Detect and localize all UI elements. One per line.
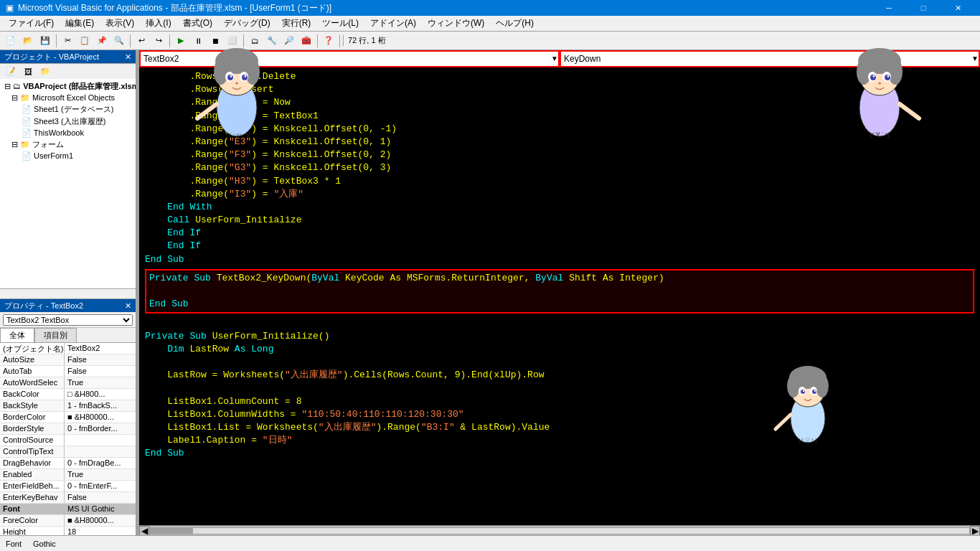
menu-run[interactable]: 実行(R) [276, 16, 317, 31]
minimize-button[interactable]: ─ [872, 0, 905, 16]
menu-edit[interactable]: 編集(E) [60, 16, 100, 31]
prop-row-name: (オブジェクト名)TextBox2 [0, 343, 136, 354]
menu-view[interactable]: 表示(V) [100, 16, 140, 31]
code-line: ListBox1.List = Worksheets("入出庫履歴").Rang… [145, 421, 974, 434]
tree-item-userform1[interactable]: 📄 UserForm1 [1, 151, 134, 161]
menu-file[interactable]: ファイル(F) [3, 16, 60, 31]
proc-dropdown-wrapper: KeyDown ▼ [560, 50, 980, 66]
props-object-select[interactable]: TextBox2 TextBox [3, 314, 133, 326]
props-tab-all[interactable]: 全体 [0, 328, 34, 342]
maximize-button[interactable]: □ [907, 0, 940, 16]
code-line: ListBox1.ColumnWidths = "110:50:40:110:1… [145, 408, 974, 421]
toolbar-sep-1 [56, 34, 57, 47]
title-bar-left: ▣ Microsoft Visual Basic for Application… [6, 2, 331, 14]
toolbar-copy[interactable]: 📋 [77, 33, 93, 49]
props-grid: (オブジェクト名)TextBox2 AutoSizeFalse AutoTabF… [0, 343, 136, 535]
hscroll-thumb[interactable] [150, 528, 193, 534]
code-line-empty [149, 285, 970, 298]
object-dropdown[interactable]: TextBox2 [139, 50, 560, 67]
toolbar-sep-3 [169, 34, 170, 47]
proj-toggle-folder[interactable]: 📁 [37, 64, 53, 80]
prop-row-dragbeh: DragBehavior0 - fmDragBe... [0, 458, 136, 469]
menu-help[interactable]: ヘルプ(H) [490, 16, 540, 31]
menu-debug[interactable]: デバッグ(D) [218, 16, 276, 31]
menu-tools[interactable]: ツール(L) [316, 16, 364, 31]
toolbar-paste[interactable]: 📌 [94, 33, 110, 49]
toolbar-open[interactable]: 📂 [20, 33, 36, 49]
prop-row-autosize: AutoSizeFalse [0, 354, 136, 366]
toolbar-redo[interactable]: ↪ [151, 33, 166, 49]
project-panel-close[interactable]: ✕ [125, 52, 131, 62]
hscroll-right[interactable]: ▶ [970, 526, 980, 536]
toolbar-sep-4 [243, 34, 244, 47]
toolbar-objbrowse[interactable]: 🔎 [281, 33, 297, 49]
code-line: .Range("C3") = TextBox1 [145, 110, 974, 123]
toolbar-cut[interactable]: ✂ [60, 33, 75, 49]
object-dropdown-wrapper: TextBox2 ▼ [139, 50, 560, 66]
app-icon: ▣ [6, 3, 14, 13]
title-bar: ▣ Microsoft Visual Basic for Application… [0, 0, 980, 16]
tree-item-sheet1[interactable]: 📄 Sheet1 (データベース) [1, 103, 134, 116]
title-text: Microsoft Visual Basic for Applications … [18, 2, 331, 14]
code-line: .Range("G3") = Knskcell.Offset(0, 3) [145, 161, 974, 174]
toolbar-sep-5 [317, 34, 318, 47]
code-line: LastRow = Worksheets("入出庫履歴").Cells(Rows… [145, 369, 974, 382]
tree-item-sheet3[interactable]: 📄 Sheet3 (入出庫履歴) [1, 116, 134, 128]
prop-row-borderstyle: BorderStyle0 - fmBorder... [0, 423, 136, 435]
props-panel-close[interactable]: ✕ [125, 301, 131, 311]
project-panel-header: プロジェクト - VBAProject ✕ [0, 50, 136, 63]
close-button[interactable]: ✕ [941, 0, 974, 16]
tree-item-vbaproject[interactable]: ⊟ 🗂 VBAProject (部品在庫管理.xlsm) [1, 80, 134, 93]
toolbar-help[interactable]: ❓ [321, 33, 336, 49]
props-panel: プロパティ - TextBox2 ✕ TextBox2 TextBox 全体 項… [0, 298, 136, 535]
proj-view-code[interactable]: 📝 [3, 64, 19, 80]
proj-view-form[interactable]: 🖼 [20, 64, 36, 80]
toolbar-find[interactable]: 🔍 [111, 33, 127, 49]
toolbar-sep-2 [130, 34, 131, 47]
toolbar-undo[interactable]: ↩ [133, 33, 149, 49]
menu-insert[interactable]: 挿入(I) [140, 16, 176, 31]
code-line-keydown: Private Sub TextBox2_KeyDown(ByVal KeyCo… [149, 272, 970, 285]
tree-item-excel-objects[interactable]: ⊟ 📁 Microsoft Excel Objects [1, 93, 134, 103]
hscroll-left[interactable]: ◀ [139, 526, 149, 536]
toolbar-reset[interactable]: ⏹ [207, 33, 223, 49]
prop-row-autoword: AutoWordSelecTrue [0, 377, 136, 389]
code-header: TextBox2 ▼ KeyDown ▼ [139, 50, 980, 67]
hscroll-track[interactable] [149, 527, 970, 534]
proc-dropdown[interactable]: KeyDown [560, 50, 980, 67]
menu-window[interactable]: ウィンドウ(W) [422, 16, 490, 31]
code-hscroll[interactable]: ◀ ▶ [139, 525, 980, 535]
code-line: .Range("D3") = Knskcell.Offset(0, -1) [145, 123, 974, 136]
code-line: Private Sub UserForm_Initialize() [145, 330, 974, 343]
code-line [145, 356, 974, 369]
toolbar-new[interactable]: 📄 [3, 33, 19, 49]
menu-format[interactable]: 書式(O) [177, 16, 218, 31]
prop-row-enterkb: EnterKeyBehavFalse [0, 492, 136, 504]
props-tab-category[interactable]: 項目別 [34, 328, 77, 342]
menu-addins[interactable]: アドイン(A) [364, 16, 422, 31]
cursor-position: 72 行, 1 桁 [343, 35, 390, 46]
toolbar-design[interactable]: ⬜ [225, 33, 240, 49]
toolbar-toolbox[interactable]: 🧰 [298, 33, 314, 49]
code-line: .Range("E3") = Knskcell.Offset(0, 1) [145, 136, 974, 149]
toolbar-propwin[interactable]: 🔧 [264, 33, 280, 49]
code-line: .Rows(3).Insert [145, 83, 974, 96]
toolbar-run[interactable]: ▶ [173, 33, 189, 49]
code-editor[interactable]: .Rows.Count).Delete .Rows(3).Insert .Ran… [139, 67, 980, 525]
menu-bar: ファイル(F) 編集(E) 表示(V) 挿入(I) 書式(O) デバッグ(D) … [0, 16, 980, 32]
project-hscroll[interactable] [0, 288, 136, 298]
prop-row-forecolor: ForeColor■ &H80000... [0, 515, 136, 527]
left-panel: プロジェクト - VBAProject ✕ 📝 🖼 📁 ⊟ 🗂 VBAProje… [0, 50, 136, 535]
toolbar-save[interactable]: 💾 [37, 33, 53, 49]
prop-row-autotab: AutoTabFalse [0, 366, 136, 377]
toolbar-projexplorer[interactable]: 🗂 [247, 33, 263, 49]
prop-row-enterbeh: EnterFieldBeh...0 - fmEnterF... [0, 481, 136, 492]
prop-row-height: Height18 [0, 527, 136, 535]
tree-item-forms[interactable]: ⊟ 📁 フォーム [1, 138, 134, 151]
code-line: .Range("I3") = "入庫" [145, 188, 974, 201]
code-line: End If [145, 240, 974, 253]
props-tabs: 全体 項目別 [0, 328, 136, 343]
toolbar-break[interactable]: ⏸ [190, 33, 206, 49]
prop-row-font[interactable]: FontMS UI Gothic [0, 504, 136, 515]
tree-item-thisworkbook[interactable]: 📄 ThisWorkbook [1, 128, 134, 138]
